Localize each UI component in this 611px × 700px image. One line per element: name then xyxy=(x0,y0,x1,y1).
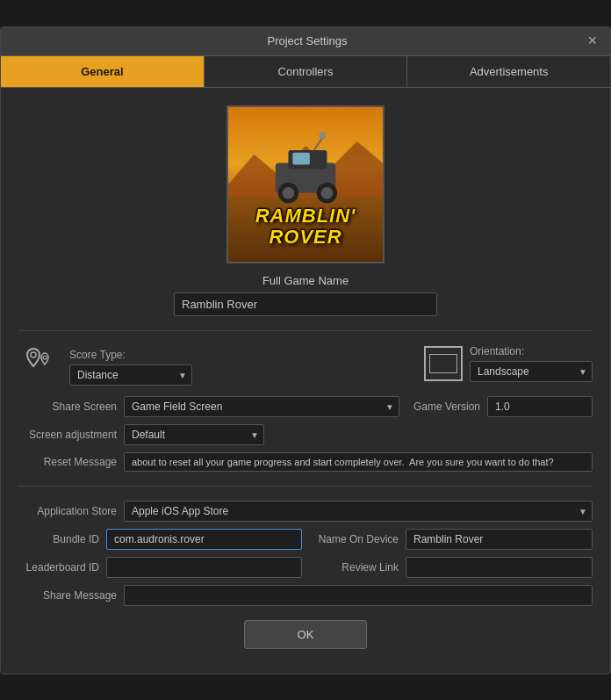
application-store-select-wrapper: Apple iOS App Store Google Play Store Am… xyxy=(124,501,593,522)
bundle-id-input[interactable] xyxy=(106,529,302,550)
svg-point-11 xyxy=(320,132,327,139)
full-game-name-input[interactable] xyxy=(174,292,437,316)
full-game-name-label: Full Game Name xyxy=(262,274,349,287)
title-bar: Project Settings ✕ xyxy=(1,27,610,56)
share-message-label: Share Message xyxy=(18,589,124,602)
svg-point-13 xyxy=(43,356,47,359)
tab-advertisements[interactable]: Advertisements xyxy=(407,56,610,87)
bundle-id-label: Bundle ID xyxy=(18,533,106,545)
game-version-input[interactable] xyxy=(487,396,593,417)
game-image[interactable]: RAMBLIN' ROVER xyxy=(226,105,385,263)
name-on-device-input[interactable] xyxy=(406,529,593,550)
screen-adjustment-select-wrapper: Default Custom ▼ xyxy=(124,424,264,445)
window-title: Project Settings xyxy=(29,34,586,47)
game-version-label: Game Version xyxy=(413,401,480,413)
svg-point-9 xyxy=(321,186,334,198)
screen-adjustment-label: Screen adjustment xyxy=(18,429,124,441)
name-on-device-label: Name On Device xyxy=(309,533,406,545)
application-store-select[interactable]: Apple iOS App Store Google Play Store Am… xyxy=(124,501,593,522)
ok-button[interactable]: OK xyxy=(244,620,368,649)
location-icons xyxy=(18,345,62,389)
tab-general[interactable]: General xyxy=(1,56,205,87)
close-button[interactable]: ✕ xyxy=(586,34,600,48)
orientation-icon xyxy=(424,346,463,381)
section-divider xyxy=(18,330,593,331)
game-title: RAMBLIN' ROVER xyxy=(228,206,383,248)
content-area: RAMBLIN' ROVER Full Game Name xyxy=(1,88,610,674)
project-settings-window: Project Settings ✕ General Controllers A… xyxy=(0,26,611,675)
game-image-section: RAMBLIN' ROVER Full Game Name xyxy=(18,105,593,316)
share-screen-label: Share Screen xyxy=(18,401,124,413)
tab-controllers[interactable]: Controllers xyxy=(205,56,408,87)
score-type-select[interactable]: Distance Score Time xyxy=(69,364,192,386)
review-link-input[interactable] xyxy=(406,557,593,578)
svg-rect-5 xyxy=(292,152,310,164)
orientation-select-wrapper: Landscape Portrait ▼ xyxy=(470,361,593,382)
orientation-label: Orientation: xyxy=(470,345,593,357)
score-type-select-wrapper: Distance Score Time ▼ xyxy=(69,364,192,386)
share-screen-select[interactable]: Game Field Screen Title Screen xyxy=(124,396,399,417)
share-screen-select-wrapper: Game Field Screen Title Screen ▼ xyxy=(124,396,399,417)
svg-point-12 xyxy=(31,352,36,357)
application-store-label: Application Store xyxy=(18,505,124,517)
reset-message-input[interactable] xyxy=(124,452,593,472)
share-message-input[interactable] xyxy=(124,585,593,606)
orientation-select[interactable]: Landscape Portrait xyxy=(470,361,593,382)
section-divider-2 xyxy=(18,486,593,487)
reset-message-label: Reset Message xyxy=(18,456,124,468)
review-link-label: Review Link xyxy=(309,561,406,574)
tabs-bar: General Controllers Advertisements xyxy=(1,56,610,88)
svg-point-7 xyxy=(283,186,295,198)
leaderboard-id-label: Leaderboard ID xyxy=(18,561,106,574)
leaderboard-id-input[interactable] xyxy=(106,557,302,578)
score-type-label: Score Type: xyxy=(69,349,192,361)
screen-adjustment-select[interactable]: Default Custom xyxy=(124,424,264,445)
